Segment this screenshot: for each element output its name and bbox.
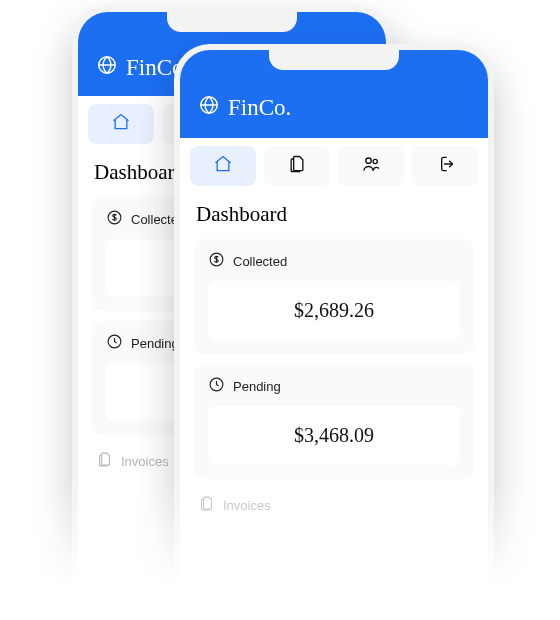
svg-point-7 bbox=[373, 159, 377, 163]
nav-home[interactable] bbox=[190, 146, 256, 186]
logout-icon bbox=[435, 154, 455, 178]
clock-icon bbox=[208, 376, 225, 396]
nav-users[interactable] bbox=[338, 146, 404, 186]
card-pending: Pending $3,468.09 bbox=[194, 364, 474, 479]
home-icon bbox=[213, 154, 233, 178]
svg-point-6 bbox=[366, 158, 371, 163]
card-collected-label: Collected bbox=[233, 254, 287, 269]
screen: FinCo. Dashboard bbox=[180, 50, 488, 620]
invoices-icon bbox=[96, 451, 113, 471]
brand: FinCo. bbox=[198, 94, 291, 122]
card-collected-value: $2,689.26 bbox=[208, 281, 460, 340]
nav-logout[interactable] bbox=[412, 146, 478, 186]
invoices-label: Invoices bbox=[121, 454, 169, 469]
home-icon bbox=[111, 112, 131, 136]
navbar bbox=[180, 138, 488, 196]
invoices-row[interactable]: Invoices bbox=[194, 489, 474, 515]
users-icon bbox=[361, 154, 381, 178]
card-collected: Collected $2,689.26 bbox=[194, 239, 474, 354]
invoices-icon bbox=[198, 495, 215, 515]
documents-icon bbox=[287, 154, 307, 178]
invoices-label: Invoices bbox=[223, 498, 271, 513]
card-pending-label: Pending bbox=[131, 336, 179, 351]
phone-notch bbox=[167, 10, 297, 32]
dollar-icon bbox=[106, 209, 123, 229]
card-pending-label: Pending bbox=[233, 379, 281, 394]
content: Dashboard Collected $2,689.26 Pending $3… bbox=[180, 196, 488, 620]
card-pending-value: $3,468.09 bbox=[208, 406, 460, 465]
clock-icon bbox=[106, 333, 123, 353]
brand-name: FinCo. bbox=[228, 95, 291, 121]
nav-home[interactable] bbox=[88, 104, 154, 144]
phone-notch bbox=[269, 48, 399, 70]
phone-mock-front: FinCo. Dashboard bbox=[174, 44, 494, 620]
page-title: Dashboard bbox=[196, 202, 472, 227]
globe-icon bbox=[96, 54, 118, 82]
globe-icon bbox=[198, 94, 220, 122]
dollar-icon bbox=[208, 251, 225, 271]
nav-documents[interactable] bbox=[264, 146, 330, 186]
